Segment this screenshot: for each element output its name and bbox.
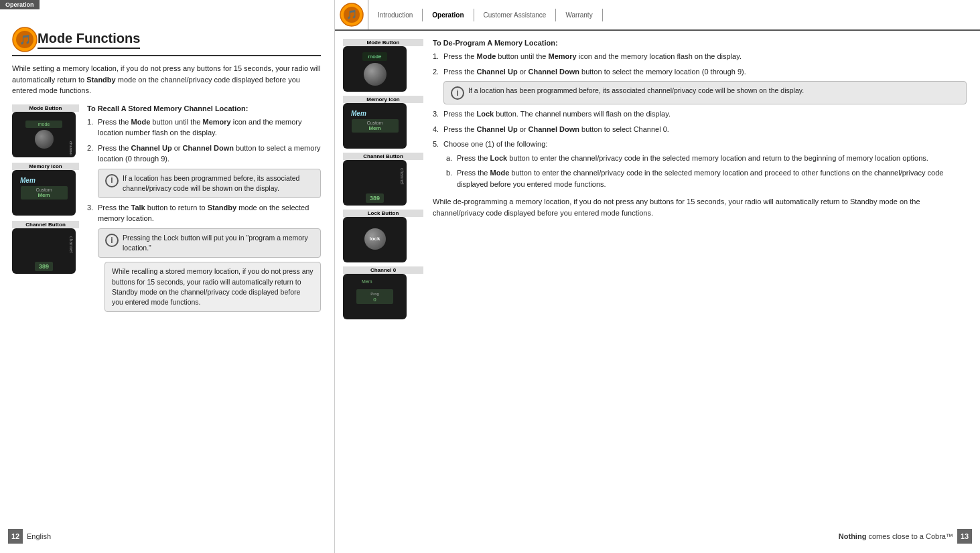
deprogram-step-4: Press the Channel Up or Channel Down but… — [433, 124, 967, 135]
mode-button-device: mode channel — [12, 112, 76, 157]
sub-step-a-text: Press the Lock button to enter the chann… — [457, 153, 928, 164]
mem-screen: Custom Mem — [21, 186, 68, 200]
deprogram-step-2: Press the Channel Up or Channel Down but… — [433, 66, 967, 78]
right-channel0-block: Channel 0 Mem Prog 0 — [343, 266, 423, 319]
nav-customer-assistance[interactable]: Customer Assistance — [474, 9, 557, 21]
left-content-area: Mode Button mode channel Memory Icon Mem… — [12, 104, 321, 317]
left-page-number: 12 — [8, 529, 23, 544]
right-page-number: 13 — [957, 529, 972, 544]
nav-logo: 🎵 — [335, 0, 368, 29]
right-channel-device: 389 channel — [343, 160, 407, 206]
deprogram-step-3: Press the Lock button. The channel numbe… — [433, 108, 967, 120]
svg-text:🎵: 🎵 — [19, 34, 31, 46]
recall-steps-cont: Press the Talk button to return to Stand… — [87, 202, 321, 224]
channel-side: channel — [69, 236, 74, 253]
right-memory-icon-label: Memory Icon — [343, 96, 423, 103]
right-note-box-1: i If a location has been programmed befo… — [443, 81, 967, 104]
nav-operation[interactable]: Operation — [423, 9, 474, 21]
mode-button-image-block: Mode Button mode channel — [12, 104, 79, 157]
closing-paragraph: While de-programming a memory location, … — [433, 196, 967, 218]
footer-right: Nothing comes close to a Cobra™ 13 — [839, 529, 972, 544]
right-mem-text: Mem — [351, 110, 366, 117]
page-title: Mode Functions — [38, 31, 140, 49]
right-mode-screen: mode — [362, 52, 387, 61]
mode-side-label: channel — [69, 141, 73, 155]
note-box-2: i Pressing the Lock button will put you … — [98, 228, 321, 258]
memory-icon-image-block: Memory Icon Mem Custom Mem — [12, 163, 79, 216]
header-logo-icon: 🎵 — [12, 27, 38, 52]
nav-introduction[interactable]: Introduction — [368, 9, 423, 21]
deprogram-steps-list: Press the Mode button until the Memory i… — [433, 51, 967, 77]
channel-button-image-block: Channel Button 389 channel — [12, 221, 79, 274]
nav-warranty[interactable]: Warranty — [556, 9, 602, 21]
svg-text:🎵: 🎵 — [346, 9, 358, 20]
right-lock-button-label: Lock Button — [343, 210, 423, 217]
right-mode-button-device: mode — [343, 46, 407, 92]
right-channel-button-block: Channel Button 389 channel — [343, 153, 423, 206]
ch0-screen: Prog 0 — [356, 289, 393, 304]
step-3: Press the Talk button to return to Stand… — [87, 202, 321, 224]
sub-steps-container: a. Press the Lock button to enter the ch… — [446, 153, 967, 190]
footer-language: English — [27, 532, 51, 540]
ch0-mem-text: Mem — [362, 279, 372, 284]
right-channel-screen: 389 — [366, 193, 384, 203]
note-box-1: i If a location has been programmed befo… — [98, 169, 321, 198]
sub-step-b: b. Press the Mode button to enter the ch… — [446, 167, 967, 189]
right-mode-knob — [364, 63, 387, 86]
right-memory-icon-block: Memory Icon Mem Custom Mem — [343, 96, 423, 149]
right-channel-button-label: Channel Button — [343, 153, 423, 160]
right-lock-knob: lock — [364, 228, 386, 250]
note-text-1: If a location has been programmed before… — [123, 173, 313, 193]
right-channel-side: channel — [400, 168, 405, 185]
channel-screen: 389 — [35, 262, 53, 271]
right-content-area: Mode Button mode Memory Icon Mem Custom … — [335, 31, 980, 327]
top-navigation: 🎵 Introduction Operation Customer Assist… — [335, 0, 980, 31]
sub-step-b-text: Press the Mode button to enter the chann… — [457, 167, 967, 189]
mem-text-display: Mem — [20, 177, 36, 184]
step-1: Press the Mode button until the Memory i… — [87, 116, 321, 139]
right-text-column: To De-Program A Memory Location: Press t… — [433, 39, 967, 319]
mode-button-label: Mode Button — [12, 104, 79, 112]
left-text-column: To Recall A Stored Memory Channel Locati… — [87, 104, 321, 317]
right-lock-button-block: Lock Button lock — [343, 210, 423, 262]
mode-knob — [35, 130, 54, 149]
right-note-text-1: If a location has been programmed before… — [468, 86, 804, 96]
note-icon-1: i — [105, 174, 119, 187]
channel-button-device: 389 channel — [12, 228, 76, 274]
right-memory-device: Mem Custom Mem — [343, 103, 407, 149]
operation-badge: Operation — [0, 0, 40, 9]
intro-paragraph: While setting a memory location, if you … — [12, 63, 321, 96]
sub-step-a: a. Press the Lock button to enter the ch… — [446, 153, 967, 164]
right-page: 🎵 Introduction Operation Customer Assist… — [335, 0, 980, 553]
deprogram-step-1: Press the Mode button until the Memory i… — [433, 51, 967, 62]
right-channel0-label: Channel 0 — [343, 266, 423, 274]
note-box-3: While recalling a stored memory location… — [104, 262, 321, 312]
page-header: 🎵 Mode Functions — [12, 27, 321, 56]
recall-section-header: To Recall A Stored Memory Channel Locati… — [87, 104, 321, 112]
right-mode-button-label: Mode Button — [343, 39, 423, 46]
nav-logo-icon: 🎵 — [340, 3, 364, 27]
footer-left: 12 English — [8, 529, 51, 544]
right-channel0-device: Mem Prog 0 — [343, 274, 407, 319]
deprogram-section-header: To De-Program A Memory Location: — [433, 39, 967, 47]
note-text-3: While recalling a stored memory location… — [112, 266, 313, 307]
channel-button-label: Channel Button — [12, 221, 79, 228]
footer-nothing-text: Nothing comes close to a Cobra™ — [839, 532, 953, 540]
note-text-2: Pressing the Lock button will put you in… — [123, 233, 313, 253]
right-mode-button-block: Mode Button mode — [343, 39, 423, 92]
mode-screen: mode — [25, 121, 62, 128]
right-mem-screen: Custom Mem — [352, 119, 399, 133]
deprogram-step-5: Choose one (1) of the following: a. Pres… — [433, 139, 967, 189]
left-page: Operation 🎵 Mode Functions While setting… — [0, 0, 335, 553]
memory-icon-label: Memory Icon — [12, 163, 79, 170]
recall-steps-list: Press the Mode button until the Memory i… — [87, 116, 321, 165]
note-icon-2: i — [105, 234, 119, 247]
right-note-icon-1: i — [451, 86, 464, 100]
right-images-column: Mode Button mode Memory Icon Mem Custom … — [343, 39, 423, 319]
right-lock-device: lock — [343, 217, 407, 262]
memory-icon-device: Mem Custom Mem — [12, 170, 76, 216]
deprogram-steps-cont: Press the Lock button. The channel numbe… — [433, 108, 967, 189]
step-2: Press the Channel Up or Channel Down but… — [87, 143, 321, 165]
left-images-column: Mode Button mode channel Memory Icon Mem… — [12, 104, 79, 317]
